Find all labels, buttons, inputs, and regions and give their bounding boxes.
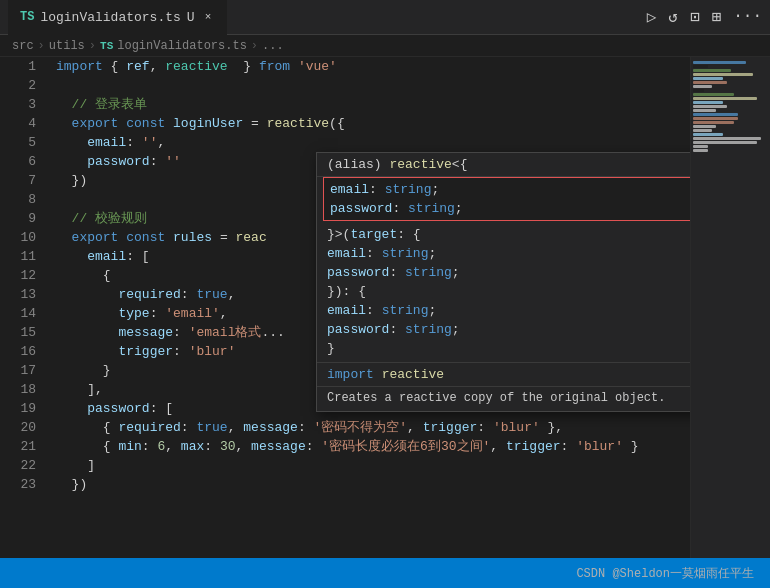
ac-email-line: email: string; — [330, 180, 690, 199]
ln-4: 4 — [0, 114, 36, 133]
ac-body-7: } — [327, 339, 690, 358]
ln-8: 8 — [0, 190, 36, 209]
ln-14: 14 — [0, 304, 36, 323]
tab-close-button[interactable]: × — [201, 9, 216, 25]
code-line-1: import { ref, reactive } from 'vue' — [56, 57, 690, 76]
breadcrumb: src › utils › TS loginValidators.ts › ..… — [0, 35, 770, 57]
ac-description: Creates a reactive copy of the original … — [317, 386, 690, 411]
ac-body-1: }>(target: { — [327, 225, 690, 244]
breadcrumb-dots: ... — [262, 39, 284, 53]
editor-area: 1 2 3 4 5 6 7 8 9 10 11 12 13 14 15 16 1… — [0, 57, 770, 558]
ln-22: 22 — [0, 456, 36, 475]
ln-21: 21 — [0, 437, 36, 456]
ln-7: 7 — [0, 171, 36, 190]
breadcrumb-src[interactable]: src — [12, 39, 34, 53]
grid-icon[interactable]: ⊞ — [712, 7, 722, 27]
ln-13: 13 — [0, 285, 36, 304]
ln-10: 10 — [0, 228, 36, 247]
ln-17: 17 — [0, 361, 36, 380]
refresh-icon[interactable]: ↺ — [668, 7, 678, 27]
ln-15: 15 — [0, 323, 36, 342]
ln-3: 3 — [0, 95, 36, 114]
split-icon[interactable]: ⊡ — [690, 7, 700, 27]
line-numbers: 1 2 3 4 5 6 7 8 9 10 11 12 13 14 15 16 1… — [0, 57, 48, 558]
ln-2: 2 — [0, 76, 36, 95]
ln-6: 6 — [0, 152, 36, 171]
tab-modified-indicator: U — [187, 10, 195, 25]
ln-11: 11 — [0, 247, 36, 266]
breadcrumb-sep3: › — [251, 39, 258, 53]
editor-tab[interactable]: TS loginValidators.ts U × — [8, 0, 227, 35]
minimap — [690, 57, 770, 558]
autocomplete-popup[interactable]: (alias) reactive<{ email: string; passwo… — [316, 152, 690, 412]
ac-body-2: email: string; — [327, 244, 690, 263]
ac-import-line: import reactive — [317, 362, 690, 386]
code-line-21: { min: 6, max: 30, message: '密码长度必须在6到30… — [56, 437, 690, 456]
ac-body-5: email: string; — [327, 301, 690, 320]
ln-23: 23 — [0, 475, 36, 494]
ac-highlighted-section: email: string; password: string; — [323, 177, 690, 221]
ln-1: 1 — [0, 57, 36, 76]
tab-language: TS — [20, 10, 34, 24]
tab-filename: loginValidators.ts — [40, 10, 180, 25]
breadcrumb-file[interactable]: loginValidators.ts — [117, 39, 247, 53]
ac-description-text: Creates a reactive copy of the original … — [327, 391, 665, 405]
ln-20: 20 — [0, 418, 36, 437]
ac-header: (alias) reactive<{ — [317, 153, 690, 177]
breadcrumb-sep1: › — [38, 39, 45, 53]
ac-body-6: password: string; — [327, 320, 690, 339]
ac-body-3: password: string; — [327, 263, 690, 282]
code-area[interactable]: import { ref, reactive } from 'vue' // 登… — [48, 57, 690, 558]
ac-body: }>(target: { email: string; password: st… — [317, 221, 690, 362]
title-bar-actions: ▷ ↺ ⊡ ⊞ ··· — [647, 7, 762, 27]
code-line-3: // 登录表单 — [56, 95, 690, 114]
ac-password-line: password: string; — [330, 199, 690, 218]
csdn-attribution: CSDN @Sheldon一莫烟雨任平生 — [576, 565, 754, 582]
ln-5: 5 — [0, 133, 36, 152]
status-bar: CSDN @Sheldon一莫烟雨任平生 — [0, 558, 770, 588]
code-line-22: ] — [56, 456, 690, 475]
title-bar: TS loginValidators.ts U × ▷ ↺ ⊡ ⊞ ··· — [0, 0, 770, 35]
ln-16: 16 — [0, 342, 36, 361]
ln-19: 19 — [0, 399, 36, 418]
breadcrumb-sep2: › — [89, 39, 96, 53]
code-line-20: { required: true, message: '密码不得为空', tri… — [56, 418, 690, 437]
ln-12: 12 — [0, 266, 36, 285]
code-line-4: export const loginUser = reactive({ — [56, 114, 690, 133]
ln-9: 9 — [0, 209, 36, 228]
ac-body-4: }): { — [327, 282, 690, 301]
code-line-23: }) — [56, 475, 690, 494]
ln-18: 18 — [0, 380, 36, 399]
run-icon[interactable]: ▷ — [647, 7, 657, 27]
breadcrumb-lang-ts: TS — [100, 40, 113, 52]
more-icon[interactable]: ··· — [733, 7, 762, 27]
breadcrumb-utils[interactable]: utils — [49, 39, 85, 53]
code-line-2 — [56, 76, 690, 95]
code-line-5: email: '', — [56, 133, 690, 152]
